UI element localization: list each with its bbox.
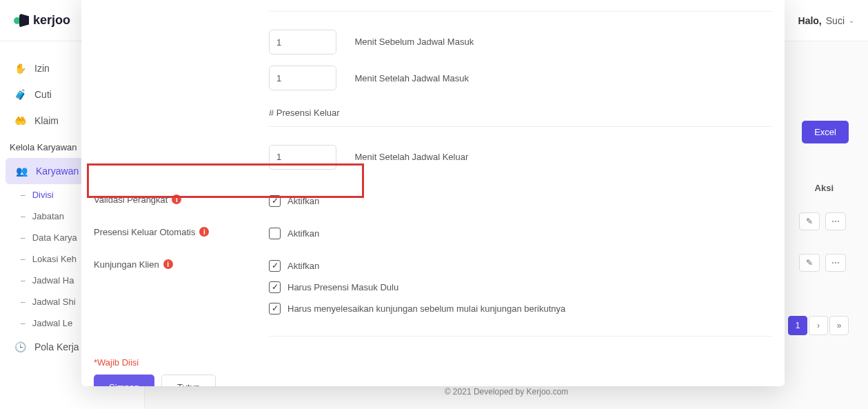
settings-modal: Menit Sebelum Jadwal Masuk Menit Setelah…	[81, 0, 785, 386]
edit-button[interactable]: ✎	[799, 212, 820, 230]
sidebar-sub-label: Jabatan	[32, 211, 64, 221]
presensi-otomatis-label: Presensi Keluar Otomatis	[94, 227, 195, 237]
page-last[interactable]: »	[829, 316, 849, 335]
after-masuk-input[interactable]	[269, 66, 336, 90]
save-button[interactable]: Simpan	[94, 375, 154, 386]
more-button[interactable]: ⋯	[825, 254, 846, 272]
sidebar-item-label: Izin	[34, 63, 50, 74]
after-masuk-label: Menit Setelah Jadwal Masuk	[354, 66, 468, 91]
validasi-aktifkan-label: Aktifkan	[287, 196, 319, 206]
after-keluar-label: Menit Setelah Jadwal Keluar	[354, 145, 468, 170]
presensi-otomatis-checkbox[interactable]	[269, 228, 281, 239]
brand-text: kerjoo	[33, 13, 70, 28]
greeting-label: Halo,	[798, 15, 822, 26]
info-icon: i	[163, 259, 173, 269]
validasi-perangkat-label: Validasi Perangkat	[94, 194, 168, 205]
page-next[interactable]: ›	[809, 316, 828, 335]
before-masuk-input[interactable]	[269, 30, 336, 54]
greeting-name: Suci	[826, 15, 845, 26]
users-icon: 👥	[15, 165, 28, 177]
sidebar-sub-label: Data Karya	[32, 232, 77, 243]
hand-icon: ✋	[14, 62, 26, 74]
kunjungan-aktifkan-label: Aktifkan	[287, 261, 319, 271]
info-icon: i	[199, 227, 209, 237]
validasi-aktifkan-checkbox[interactable]	[269, 195, 281, 207]
required-note: *Wajib Diisi	[81, 348, 785, 375]
kunjungan-aktifkan-checkbox[interactable]	[269, 260, 281, 272]
sidebar-sub-label: Divisi	[32, 190, 54, 200]
sidebar-sub-label: Jadwal Le	[32, 318, 73, 328]
pagination: 1 › »	[788, 316, 849, 335]
clock-icon: 🕒	[14, 341, 26, 353]
table-row-actions: ✎ ⋯	[799, 212, 846, 230]
presensi-otomatis-aktifkan-label: Aktifkan	[287, 228, 319, 239]
sidebar-item-label: Karyawan	[36, 166, 79, 177]
presensi-keluar-heading: # Presensi Keluar	[269, 102, 772, 121]
dots-icon: ⋯	[831, 217, 840, 226]
dots-icon: ⋯	[831, 258, 840, 268]
kunjungan-selesaikan-label: Harus menyelesaikan kunjungan sebelum mu…	[287, 303, 565, 314]
sidebar-item-label: Klaim	[34, 115, 59, 126]
page-1[interactable]: 1	[788, 316, 807, 335]
hand-coin-icon: 🤲	[14, 114, 26, 127]
kunjungan-presensi-dulu-label: Harus Presensi Masuk Dulu	[287, 282, 398, 292]
kunjungan-presensi-dulu-checkbox[interactable]	[269, 281, 281, 293]
brand-logo: kerjoo	[14, 13, 70, 28]
more-button[interactable]: ⋯	[825, 212, 846, 230]
user-menu[interactable]: Halo, Suci ⌄	[798, 15, 854, 26]
close-button[interactable]: Tutup	[161, 375, 216, 386]
export-excel-button[interactable]: Excel	[802, 121, 849, 143]
pencil-icon: ✎	[806, 258, 813, 268]
brand-icon	[14, 13, 29, 28]
table-header-aksi: Aksi	[815, 183, 834, 193]
after-keluar-input[interactable]	[269, 145, 336, 170]
sidebar-sub-label: Jadwal Ha	[32, 275, 74, 286]
edit-button[interactable]: ✎	[799, 254, 820, 272]
table-row-actions: ✎ ⋯	[799, 254, 846, 272]
info-icon: i	[172, 194, 181, 204]
briefcase-icon: 🧳	[14, 88, 26, 101]
footer-text: © 2021 Developed by Kerjoo.com	[445, 387, 569, 397]
sidebar-item-label: Cuti	[34, 89, 52, 100]
sidebar-sub-label: Lokasi Keh	[32, 254, 77, 264]
kunjungan-selesaikan-checkbox[interactable]	[269, 303, 281, 315]
kunjungan-klien-label: Kunjungan Klien	[94, 259, 159, 270]
before-masuk-label: Menit Sebelum Jadwal Masuk	[354, 30, 474, 54]
sidebar-item-label: Pola Kerja	[34, 341, 79, 352]
chevron-down-icon: ⌄	[849, 17, 854, 24]
pencil-icon: ✎	[806, 217, 813, 226]
sidebar-sub-label: Jadwal Shi	[32, 297, 76, 307]
